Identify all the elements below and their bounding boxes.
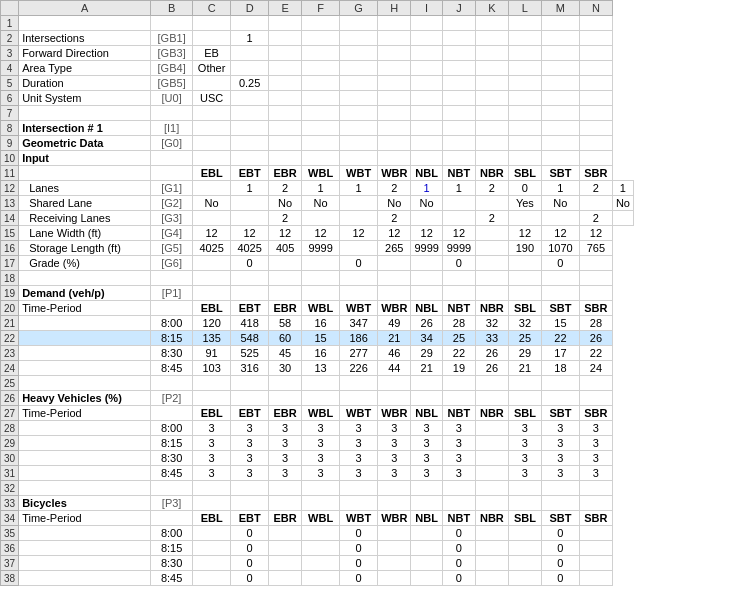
cell[interactable]: 190 <box>508 241 541 256</box>
cell[interactable]: WBL <box>302 301 340 316</box>
cell[interactable]: 3 <box>541 436 579 451</box>
cell[interactable] <box>378 496 411 511</box>
cell[interactable]: WBR <box>378 301 411 316</box>
cell[interactable] <box>508 556 541 571</box>
cell[interactable]: 8:30 <box>151 451 193 466</box>
cell[interactable] <box>269 556 302 571</box>
cell[interactable] <box>541 31 579 46</box>
cell[interactable] <box>193 181 231 196</box>
table-row[interactable]: 20Time-PeriodEBLEBTEBRWBLWBTWBRNBLNBTNBR… <box>1 301 634 316</box>
cell[interactable]: 3 <box>579 466 612 481</box>
cell[interactable]: 44 <box>378 361 411 376</box>
cell[interactable] <box>442 196 475 211</box>
cell[interactable] <box>231 16 269 31</box>
cell[interactable] <box>411 481 442 496</box>
cell[interactable] <box>19 16 151 31</box>
col-header-k[interactable]: K <box>475 1 508 16</box>
cell[interactable] <box>340 46 378 61</box>
cell[interactable]: NBL <box>411 166 442 181</box>
cell[interactable]: WBT <box>340 511 378 526</box>
cell[interactable] <box>378 61 411 76</box>
cell[interactable] <box>302 46 340 61</box>
cell[interactable] <box>579 256 612 271</box>
cell[interactable]: 3 <box>579 436 612 451</box>
cell[interactable] <box>475 61 508 76</box>
cell[interactable] <box>508 391 541 406</box>
cell[interactable]: 418 <box>231 316 269 331</box>
cell[interactable]: 22 <box>541 331 579 346</box>
cell[interactable] <box>442 121 475 136</box>
cell[interactable] <box>231 196 269 211</box>
cell[interactable] <box>302 121 340 136</box>
cell[interactable] <box>475 376 508 391</box>
cell[interactable] <box>19 346 151 361</box>
cell[interactable] <box>193 151 231 166</box>
cell[interactable]: 3 <box>340 466 378 481</box>
table-row[interactable]: 18 <box>1 271 634 286</box>
cell[interactable] <box>411 136 442 151</box>
cell[interactable] <box>19 571 151 586</box>
cell[interactable]: 3 <box>193 436 231 451</box>
cell[interactable]: 15 <box>302 331 340 346</box>
cell[interactable]: 0 <box>541 256 579 271</box>
cell[interactable]: 3 <box>508 451 541 466</box>
cell[interactable]: NBT <box>442 511 475 526</box>
cell[interactable] <box>302 31 340 46</box>
table-row[interactable]: 288:0033333333333 <box>1 421 634 436</box>
cell[interactable]: NBL <box>411 406 442 421</box>
cell[interactable] <box>302 61 340 76</box>
cell[interactable]: EB <box>193 46 231 61</box>
cell[interactable]: 0 <box>442 556 475 571</box>
cell[interactable] <box>475 496 508 511</box>
cell[interactable] <box>442 286 475 301</box>
cell[interactable]: WBR <box>378 406 411 421</box>
cell[interactable]: 12 <box>231 226 269 241</box>
cell[interactable] <box>19 526 151 541</box>
cell[interactable]: 8:15 <box>151 331 193 346</box>
cell[interactable] <box>475 526 508 541</box>
cell[interactable] <box>508 31 541 46</box>
cell[interactable]: SBT <box>541 511 579 526</box>
cell[interactable]: 0 <box>340 571 378 586</box>
cell[interactable] <box>231 481 269 496</box>
cell[interactable]: Time-Period <box>19 301 151 316</box>
cell[interactable]: 0 <box>231 526 269 541</box>
cell[interactable]: 4025 <box>231 241 269 256</box>
cell[interactable]: 0 <box>340 256 378 271</box>
table-row[interactable]: 14Receiving Lanes[G3]2222 <box>1 211 634 226</box>
cell[interactable]: 21 <box>411 361 442 376</box>
table-row[interactable]: 308:3033333333333 <box>1 451 634 466</box>
cell[interactable]: Lanes <box>19 181 151 196</box>
cell[interactable]: Time-Period <box>19 406 151 421</box>
cell[interactable] <box>411 91 442 106</box>
cell[interactable] <box>302 271 340 286</box>
cell[interactable] <box>269 286 302 301</box>
cell[interactable]: Demand (veh/p) <box>19 286 151 301</box>
cell[interactable] <box>411 571 442 586</box>
cell[interactable] <box>579 31 612 46</box>
cell[interactable]: WBT <box>340 301 378 316</box>
cell[interactable]: 18 <box>541 361 579 376</box>
cell[interactable]: 21 <box>508 361 541 376</box>
col-header-n[interactable]: N <box>579 1 612 16</box>
cell[interactable] <box>442 76 475 91</box>
cell[interactable]: [U0] <box>151 91 193 106</box>
cell[interactable]: 1 <box>612 181 633 196</box>
cell[interactable]: NBT <box>442 301 475 316</box>
cell[interactable]: 8:15 <box>151 541 193 556</box>
cell[interactable]: 12 <box>411 226 442 241</box>
cell[interactable]: 3 <box>378 421 411 436</box>
cell[interactable]: EBT <box>231 301 269 316</box>
cell[interactable] <box>302 496 340 511</box>
cell[interactable] <box>541 106 579 121</box>
cell[interactable] <box>475 556 508 571</box>
cell[interactable] <box>193 496 231 511</box>
cell[interactable]: 9999 <box>302 241 340 256</box>
cell[interactable] <box>269 271 302 286</box>
cell[interactable] <box>269 151 302 166</box>
cell[interactable] <box>508 211 541 226</box>
cell[interactable] <box>378 541 411 556</box>
cell[interactable]: [GB3] <box>151 46 193 61</box>
cell[interactable]: EBR <box>269 406 302 421</box>
cell[interactable] <box>302 481 340 496</box>
